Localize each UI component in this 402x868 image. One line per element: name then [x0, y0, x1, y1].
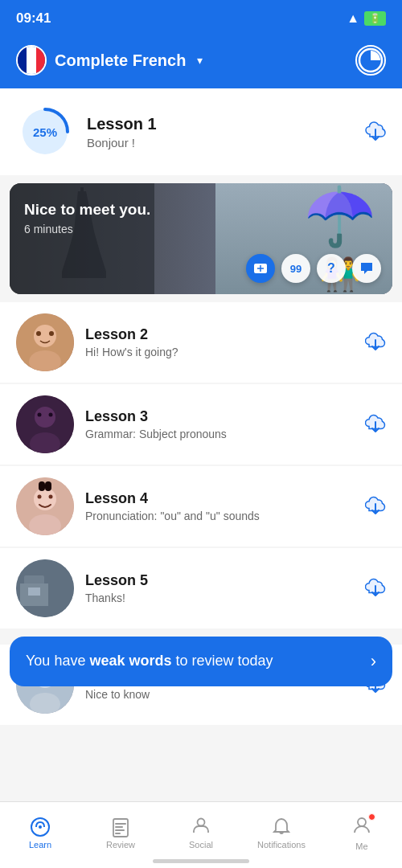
tab-bar: Learn Review Social Notifications: [0, 801, 402, 868]
banner-container: You have weak words to review today ›: [0, 630, 402, 643]
tab-me-label: Me: [355, 841, 367, 851]
svg-rect-47: [115, 826, 123, 828]
svg-rect-9: [80, 187, 84, 194]
tab-review-label: Review: [106, 840, 135, 850]
lesson3-item[interactable]: Lesson 3 Grammar: Subject pronouns: [0, 384, 402, 465]
lesson1-row[interactable]: 25% Lesson 1 Bonjour !: [0, 88, 402, 175]
home-indicator: [153, 859, 249, 863]
weak-words-text: You have weak words to review today: [26, 651, 273, 671]
lesson5-item[interactable]: Lesson 5 Thanks!: [0, 548, 402, 628]
app-header: Complete French ▾: [0, 35, 402, 88]
svg-rect-37: [28, 588, 40, 596]
featured-chat-button[interactable]: [352, 254, 381, 283]
svg-rect-46: [115, 823, 126, 825]
tab-learn-label: Learn: [29, 840, 51, 850]
svg-rect-48: [115, 829, 125, 831]
main-content: 25% Lesson 1 Bonjour ! ☂: [0, 88, 402, 725]
tab-notifications-label: Notifications: [257, 840, 306, 850]
featured-icons: 99 ?: [246, 254, 381, 283]
status-icons: ▲ 🔋: [347, 11, 386, 26]
tab-social-label: Social: [189, 840, 213, 850]
weak-words-highlight: weak words: [89, 653, 171, 669]
lesson2-image: [16, 313, 74, 371]
lesson3-download-button[interactable]: [365, 414, 386, 435]
lesson5-info: Lesson 5 Thanks!: [85, 572, 354, 604]
lesson2-subtitle: Hi! How's it going?: [85, 346, 354, 358]
lesson1-subtitle: Bonjour !: [87, 136, 352, 149]
tab-review[interactable]: Review: [80, 810, 161, 850]
lesson3-title: Lesson 3: [85, 408, 354, 425]
featured-heading: Nice to meet you.: [24, 201, 150, 219]
progress-label: 25%: [33, 125, 57, 139]
weak-words-suffix: to review today: [171, 653, 273, 669]
svg-point-44: [39, 825, 42, 829]
svg-rect-30: [39, 481, 45, 491]
lesson4-thumb: [16, 477, 74, 535]
french-flag: [16, 45, 47, 76]
featured-flashcard-button[interactable]: [246, 254, 275, 283]
tab-notifications[interactable]: Notifications: [241, 810, 322, 850]
course-selector[interactable]: Complete French ▾: [16, 45, 203, 76]
lesson2-info: Lesson 2 Hi! How's it going?: [85, 326, 354, 358]
lesson5-subtitle: Thanks!: [85, 592, 354, 604]
svg-point-22: [38, 413, 42, 417]
me-icon-container: [351, 815, 372, 839]
status-time: 09:41: [16, 10, 51, 27]
lesson4-image: [16, 477, 74, 535]
flag-white: [27, 47, 35, 74]
help-label: ?: [327, 261, 335, 276]
lesson3-thumb: [16, 395, 74, 453]
weak-words-banner[interactable]: You have weak words to review today ›: [10, 637, 392, 686]
lesson4-item[interactable]: Lesson 4 Pronunciation: "ou" and "u" sou…: [0, 466, 402, 547]
lesson5-download-button[interactable]: [365, 578, 386, 599]
lesson4-title: Lesson 4: [85, 490, 354, 507]
lesson6-subtitle: Nice to know: [85, 688, 354, 701]
lesson4-info: Lesson 4 Pronunciation: "ou" and "u" sou…: [85, 490, 354, 522]
quiz-label: 99: [290, 263, 302, 275]
lesson2-download-button[interactable]: [365, 332, 386, 353]
svg-marker-7: [62, 252, 106, 272]
featured-help-button[interactable]: ?: [317, 254, 346, 283]
featured-text: Nice to meet you. 6 minutes: [24, 201, 150, 235]
flag-red: [36, 47, 45, 74]
lesson2-title: Lesson 2: [85, 326, 354, 343]
svg-point-51: [358, 818, 366, 826]
lesson1-download-button[interactable]: [365, 121, 386, 142]
chevron-down-icon: ▾: [197, 54, 203, 67]
learn-icon: [30, 817, 51, 837]
lesson2-item[interactable]: Lesson 2 Hi! How's it going?: [0, 302, 402, 383]
tab-me[interactable]: Me: [322, 809, 402, 851]
svg-point-20: [35, 407, 55, 428]
timer-button[interactable]: [355, 45, 386, 76]
tab-social[interactable]: Social: [161, 810, 241, 850]
social-icon: [191, 817, 211, 837]
svg-rect-31: [45, 481, 51, 491]
svg-point-29: [49, 495, 53, 499]
lesson2-thumb: [16, 313, 74, 371]
lesson4-subtitle: Pronunciation: "ou" and "u" sounds: [85, 510, 354, 522]
svg-point-16: [36, 331, 41, 336]
lesson4-download-button[interactable]: [365, 496, 386, 517]
status-bar: 09:41 ▲ 🔋: [0, 0, 402, 35]
featured-card[interactable]: ☂️ 👫 Nice to meet you. 6 minutes 99 ?: [10, 183, 392, 294]
lesson5-image: [16, 559, 74, 617]
wifi-icon: ▲: [347, 11, 359, 26]
lesson5-banner-area: Lesson 5 Thanks! You have weak words to …: [0, 548, 402, 643]
svg-point-28: [38, 495, 42, 499]
featured-quiz-button[interactable]: 99: [281, 254, 310, 283]
me-notification-dot: [368, 813, 375, 821]
timer-icon: [357, 47, 384, 74]
lesson1-info: Lesson 1 Bonjour !: [87, 115, 352, 149]
umbrella-emoji: ☂️: [304, 187, 376, 245]
battery-icon: 🔋: [364, 11, 386, 26]
tab-learn[interactable]: Learn: [0, 810, 80, 850]
svg-rect-49: [115, 833, 121, 834]
featured-duration: 6 minutes: [24, 223, 150, 235]
weak-words-prefix: You have: [26, 653, 89, 669]
lesson3-info: Lesson 3 Grammar: Subject pronouns: [85, 408, 354, 440]
progress-circle: 25%: [16, 103, 74, 161]
svg-point-50: [198, 818, 205, 825]
lesson3-image: [16, 395, 74, 453]
lesson1-title: Lesson 1: [87, 115, 352, 133]
flag-blue: [18, 47, 27, 74]
